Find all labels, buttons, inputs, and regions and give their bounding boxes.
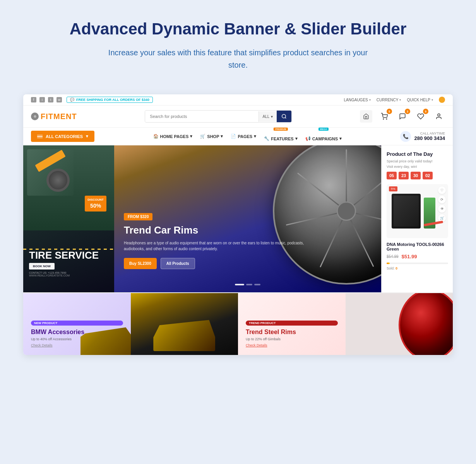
bottom-card-rims: TREND PRODUCT Trend Steel Rims Up to 22%… <box>238 293 346 355</box>
social-icons: f i t w <box>31 97 62 102</box>
hamburger-icon <box>37 135 43 138</box>
hero-section: TIRE SERVICE BOOK NOW CONTACT US: +123-4… <box>23 145 453 292</box>
left-banner: TIRE SERVICE BOOK NOW CONTACT US: +123-4… <box>23 145 114 292</box>
website-info: WWW.REALLYGREATSITE.COM <box>29 274 108 277</box>
countdown-minutes: 23 <box>399 172 409 179</box>
languages-link[interactable]: LANGAUGES ▾ <box>344 98 371 102</box>
all-products-button[interactable]: All Products <box>161 258 195 269</box>
user-account-button[interactable] <box>433 110 445 123</box>
chevron-down-icon: ▾ <box>431 98 433 102</box>
call-text: CALL ANYTIME 280 900 3434 <box>414 131 445 141</box>
sold-info: Sold: 0 <box>387 266 448 270</box>
compare-action[interactable]: ⟳ <box>438 196 446 203</box>
countdown-timer: 05 23 30 02 <box>387 172 448 179</box>
sold-count: 0 <box>396 266 397 270</box>
nav-link-campaigns[interactable]: MEGA 📢 CAMPAIGNS ▾ <box>305 131 342 141</box>
chevron-down-icon: ▾ <box>399 98 401 102</box>
book-now-button[interactable]: BOOK NOW <box>29 263 55 270</box>
product-price: $54.99 $51.99 <box>387 254 448 259</box>
card-title-rims: Trend Steel Rims <box>246 329 338 336</box>
search-input[interactable] <box>145 111 258 122</box>
premium-badge: PREMIUM <box>274 128 288 131</box>
nav-link-features[interactable]: PREMIUM 🔧 FEATURES ▾ <box>264 131 297 141</box>
card-subtitle-rims: Up to 22% off Gimbals <box>246 337 338 341</box>
visit-text: Visit every day, win! <box>387 165 448 169</box>
call-label: CALL ANYTIME <box>414 131 445 135</box>
home-button[interactable] <box>360 110 372 123</box>
mega-badge: MEGA <box>318 128 329 131</box>
chat-count-badge: 3 <box>405 109 410 114</box>
search-bar: ALL ▾ <box>145 110 292 123</box>
hero-title: Trend Car Rims <box>124 224 312 236</box>
chat-button[interactable]: 3 <box>396 110 409 123</box>
all-categories-button[interactable]: ALL CATEGORIES ▾ <box>31 131 94 142</box>
discount-badge: DISCOUNT 50% <box>85 196 106 212</box>
instagram-icon[interactable]: i <box>39 97 45 102</box>
stock-fill <box>387 263 390 264</box>
chevron-down-icon: ▾ <box>254 134 256 139</box>
page-subtitle: Increase your sales with this feature th… <box>103 46 373 71</box>
chevron-down-icon: ▾ <box>295 136 298 141</box>
nav-link-shop[interactable]: 🛒 SHOP ▾ <box>200 134 223 139</box>
shipping-text: FREE SHIPPING FOR ALL ORDERS OF $340 <box>76 98 149 102</box>
countdown-ms: 02 <box>423 172 433 179</box>
nav-link-pages[interactable]: 📄 PAGES ▾ <box>231 134 256 139</box>
nav-links: 🏠 HOME PAGES ▾ 🛒 SHOP ▾ 📄 PAGES ▾ PREMIU… <box>153 131 342 141</box>
chevron-down-icon: ▾ <box>221 134 223 139</box>
quickhelp-link[interactable]: QUICK HELP ▾ <box>407 98 433 102</box>
nav-right: 5 3 9 <box>360 110 445 123</box>
nav-link-homepages[interactable]: 🏠 HOME PAGES ▾ <box>153 134 193 139</box>
main-nav: ⚙ FITMENT ALL ▾ <box>23 106 453 128</box>
store-container: f i t w 💬 FREE SHIPPING FOR ALL ORDERS O… <box>23 94 453 355</box>
cart-count-badge: 5 <box>387 109 392 114</box>
chevron-down-icon: ▾ <box>190 134 192 139</box>
facebook-icon[interactable]: f <box>31 97 36 102</box>
free-shipping-badge: 💬 FREE SHIPPING FOR ALL ORDERS OF $340 <box>67 97 153 103</box>
search-category-dropdown[interactable]: ALL ▾ <box>259 111 277 122</box>
phone-icon: 📞 <box>400 131 411 142</box>
slider-dot[interactable] <box>254 284 260 285</box>
twitter-icon[interactable]: t <box>48 97 53 102</box>
product-day-subtitle: Special price only valid today! <box>387 159 448 163</box>
chevron-down-icon: ▾ <box>369 98 371 102</box>
all-categories-label: ALL CATEGORIES <box>46 134 83 139</box>
bottom-card-rim-img <box>346 293 453 355</box>
whatsapp-icon[interactable]: w <box>57 97 62 102</box>
call-section: 📞 CALL ANYTIME 280 900 3434 <box>400 131 445 142</box>
product-day-title: Product of The Day <box>387 151 448 157</box>
page-title: Advanced Dynamic Banner & Slider Builder <box>8 19 468 39</box>
price-old: $54.99 <box>387 254 399 259</box>
category-nav: ALL CATEGORIES ▾ 🏠 HOME PAGES ▾ 🛒 SHOP ▾… <box>23 128 453 145</box>
view-action[interactable]: 👁 <box>438 205 446 213</box>
svg-point-1 <box>383 119 384 119</box>
product-actions: ♡ ⟳ 👁 🛒 <box>438 186 446 222</box>
svg-point-3 <box>438 114 440 116</box>
chevron-down-icon: ▾ <box>339 136 342 141</box>
wishlist-button[interactable]: 9 <box>414 110 427 123</box>
product-image-area: 5% ♡ ⟳ 👁 🛒 <box>387 184 448 238</box>
search-button[interactable] <box>277 111 291 122</box>
chevron-down-icon: ▾ <box>271 114 273 119</box>
buy-button[interactable]: Buy SL2300 <box>124 258 157 269</box>
bottom-card-bmw: NEW PRODUCT BMW Accessories Up to 40% of… <box>23 293 131 355</box>
bottom-card-car-img <box>131 293 238 355</box>
slider-dot[interactable] <box>246 284 252 285</box>
hero-description: Headphones are a type of audio equipment… <box>124 240 312 252</box>
logo-text: FITMENT <box>41 112 77 121</box>
svg-point-2 <box>386 119 387 119</box>
trend-product-badge: TREND PRODUCT <box>246 321 338 326</box>
chevron-down-icon: ▾ <box>86 134 88 139</box>
help-icon[interactable] <box>439 97 445 103</box>
product-discount-badge: 5% <box>389 186 397 191</box>
bottom-section: NEW PRODUCT BMW Accessories Up to 40% of… <box>23 292 453 355</box>
top-bar: f i t w 💬 FREE SHIPPING FOR ALL ORDERS O… <box>23 94 453 106</box>
slider-dot-active[interactable] <box>235 284 244 285</box>
wishlist-action[interactable]: ♡ <box>438 186 446 194</box>
currency-link[interactable]: CURRENCY ▾ <box>377 98 401 102</box>
card-link-rims[interactable]: Check Details <box>246 343 338 347</box>
svg-point-0 <box>282 114 286 118</box>
cart-button[interactable]: 5 <box>378 110 390 123</box>
top-bar-right: LANGAUGES ▾ CURRENCY ▾ QUICK HELP ▾ <box>344 97 445 103</box>
countdown-seconds: 30 <box>411 172 421 179</box>
logo[interactable]: ⚙ FITMENT <box>31 112 77 121</box>
